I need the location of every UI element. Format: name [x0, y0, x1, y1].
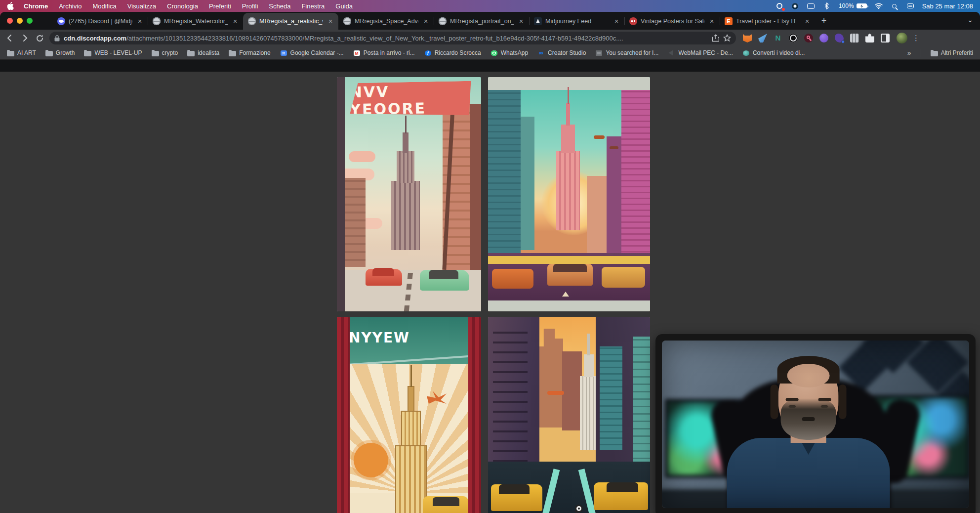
bookmark-gmail[interactable]: MPosta in arrivo - ri... — [353, 49, 415, 56]
bookmark-webmail-pec[interactable]: WebMail PEC - De... — [668, 49, 733, 56]
chrome-menu-icon[interactable]: ⋮ — [912, 34, 918, 43]
poster-top-left[interactable]: NVV YEOORE — [337, 77, 481, 311]
screen-recording-icon[interactable] — [776, 2, 783, 10]
other-bookmarks-folder[interactable]: Altri Preferiti — [931, 49, 973, 56]
left-building-edge — [337, 77, 345, 311]
close-tab-icon[interactable]: ✕ — [327, 17, 334, 25]
bookmark-converti-video[interactable]: Converti i video di... — [742, 49, 805, 56]
menu-item-cronologia[interactable]: Cronologia — [167, 2, 198, 10]
close-tab-icon[interactable]: ✕ — [803, 17, 811, 25]
menu-item-visualizza[interactable]: Visualizza — [127, 2, 156, 10]
url-text[interactable]: cdn.discordapp.com/attachments/101351233… — [64, 35, 708, 42]
menu-item-finestra[interactable]: Finestra — [301, 2, 325, 10]
grid-extension-icon[interactable] — [850, 34, 859, 43]
tab-portrait[interactable]: MRregista_portrait_on_a_ ✕ — [434, 13, 529, 30]
menu-bar-clock[interactable]: Sab 25 mar 12:08 — [922, 2, 973, 10]
midjourney-favicon-icon — [534, 17, 542, 25]
folder-icon — [931, 50, 938, 56]
tab-space-adventure[interactable]: MRregista_Space_Advent ✕ — [338, 13, 434, 30]
bookmarks-overflow-chevron[interactable]: » — [907, 49, 911, 57]
bookmark-ai-art[interactable]: AI ART — [7, 49, 36, 56]
tab-realistic-view-active[interactable]: MRregista_a_realistic_vie ✕ — [243, 13, 338, 30]
tab-search-chevron-icon[interactable]: ⌄ — [967, 16, 973, 24]
menu-item-scheda[interactable]: Scheda — [269, 2, 290, 10]
menu-item-archivio[interactable]: Archivio — [59, 2, 82, 10]
bookmark-facebook[interactable]: fRiccardo Scrocca — [424, 49, 481, 56]
center-car-windows — [553, 264, 587, 272]
apple-icon[interactable] — [7, 2, 14, 10]
fox-extension-icon[interactable] — [743, 34, 752, 43]
dark-circle-extension-icon[interactable] — [789, 34, 798, 43]
poster-bottom-right[interactable] — [488, 317, 650, 513]
menu-item-preferiti[interactable]: Preferiti — [209, 2, 231, 10]
bluetooth-icon[interactable] — [823, 2, 831, 10]
address-bar[interactable]: cdn.discordapp.com/attachments/101351233… — [49, 32, 736, 44]
menu-item-profili[interactable]: Profili — [242, 2, 258, 10]
bookmark-you-searched[interactable]: You searched for I... — [595, 49, 658, 56]
midjourney-image-grid[interactable]: NVV YEOORE — [337, 77, 650, 513]
reload-button[interactable] — [35, 33, 44, 43]
toolbar: cdn.discordapp.com/attachments/101351233… — [0, 30, 980, 46]
close-tab-icon[interactable]: ✕ — [517, 17, 525, 25]
bookmark-google-calendar[interactable]: 31Google Calendar -... — [280, 49, 344, 56]
minimize-window-button[interactable] — [17, 18, 23, 24]
tab-etsy[interactable]: E Travel poster - Etsy IT ✕ — [720, 13, 815, 30]
tab-midjourney-feed[interactable]: Midjourney Feed ✕ — [529, 13, 624, 30]
close-window-button[interactable] — [7, 18, 13, 24]
back-button[interactable] — [5, 33, 15, 43]
menu-item-guida[interactable]: Guida — [335, 2, 353, 10]
extensions-puzzle-icon[interactable] — [865, 34, 874, 43]
n-extension-icon[interactable]: N — [774, 34, 782, 43]
bookmark-formazione[interactable]: Formazione — [229, 49, 270, 56]
poster-bottom-left[interactable]: NYYEW — [337, 317, 481, 513]
bookmark-star-icon[interactable] — [723, 34, 731, 42]
bookmark-web-level-up[interactable]: WEB - LEVEL-UP — [84, 49, 142, 56]
purple-circle-extension-icon[interactable] — [819, 34, 828, 43]
close-tab-icon[interactable]: ✕ — [612, 17, 620, 25]
close-tab-icon[interactable]: ✕ — [708, 17, 716, 25]
tab-watercolor[interactable]: MRregista_Watercolor_Pa ✕ — [148, 13, 243, 30]
bookmark-crypto[interactable]: crypto — [152, 49, 178, 56]
menu-item-chrome[interactable]: Chrome — [24, 2, 48, 10]
display-icon[interactable] — [807, 2, 815, 10]
status-app-icon[interactable] — [791, 2, 799, 10]
key-extension-icon[interactable] — [804, 34, 813, 43]
forward-button[interactable] — [20, 33, 30, 43]
poster-top-right[interactable] — [488, 77, 650, 311]
zoom-window-button[interactable] — [27, 18, 33, 24]
webcam-overlay[interactable] — [655, 334, 976, 513]
building-spire — [566, 103, 570, 126]
tabs: (2765) Discord | @Midjou ✕ MRregista_Wat… — [52, 13, 831, 30]
bookmark-label: Posta in arrivo - ri... — [364, 49, 415, 56]
new-tab-button[interactable]: + — [817, 14, 831, 28]
close-tab-icon[interactable]: ✕ — [422, 17, 430, 25]
webmail-icon — [668, 50, 675, 56]
right-drape — [468, 317, 481, 513]
purple-blob-extension-icon[interactable] — [835, 34, 844, 43]
menu-item-modifica[interactable]: Modifica — [92, 2, 116, 10]
recording-dot — [782, 8, 785, 11]
gmail-icon: M — [353, 50, 361, 56]
page-content: NVV YEOORE — [0, 72, 980, 513]
close-tab-icon[interactable]: ✕ — [136, 17, 144, 25]
control-center-icon[interactable] — [906, 2, 914, 10]
tab-vintage-posters[interactable]: Vintage Posters for Sale | ✕ — [624, 13, 720, 30]
red-car-roof — [372, 268, 394, 276]
bookmark-creator-studio[interactable]: ∞Creator Studio — [537, 49, 586, 56]
close-tab-icon[interactable]: ✕ — [231, 17, 239, 25]
tab-label: MRregista_a_realistic_vie — [259, 18, 323, 25]
share-icon[interactable] — [712, 34, 719, 42]
bookmark-whatsapp[interactable]: WhatsApp — [490, 49, 528, 56]
vintage-posters-favicon-icon — [629, 17, 637, 25]
battery-status[interactable]: 100% — [839, 2, 867, 9]
side-panel-icon[interactable] — [881, 34, 890, 43]
feather-extension-icon[interactable] — [758, 34, 767, 43]
spotlight-search-icon[interactable] — [891, 2, 898, 10]
tab-discord[interactable]: (2765) Discord | @Midjou ✕ — [52, 13, 148, 30]
wifi-icon[interactable] — [875, 2, 883, 10]
profile-avatar[interactable] — [897, 33, 907, 43]
bookmark-idealista[interactable]: idealista — [187, 49, 219, 56]
bookmark-growth[interactable]: Growth — [45, 49, 75, 56]
taxi-right-windows — [607, 482, 638, 492]
empire-state-building — [580, 376, 598, 450]
